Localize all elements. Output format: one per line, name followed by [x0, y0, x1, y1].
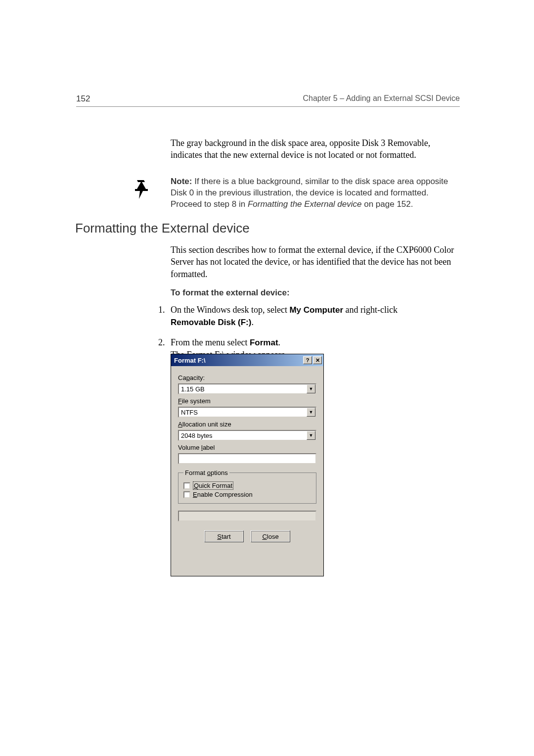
dropdown-arrow-icon[interactable]: ▼ [307, 431, 315, 440]
checkbox-icon[interactable] [183, 491, 190, 498]
allocation-label: Allocation unit size [178, 421, 316, 428]
note-block: Note: If there is a blue background, sim… [171, 176, 457, 210]
format-dialog: Format F:\ ? ✕ Capacity: 1.15 GB ▼ File … [171, 354, 324, 576]
intro-paragraph: The gray background in the disk space ar… [171, 137, 457, 161]
start-button[interactable]: Start [204, 530, 244, 542]
volume-input[interactable] [178, 453, 316, 464]
checkbox-icon[interactable] [183, 482, 190, 489]
step-1: 1. On the Windows desk top, select My Co… [158, 304, 433, 329]
page-number: 152 [76, 94, 90, 104]
close-dialog-button[interactable]: Close [251, 530, 290, 542]
capacity-combo[interactable]: 1.15 GB ▼ [178, 383, 316, 394]
progress-box [178, 511, 316, 521]
capacity-label: Capacity: [178, 374, 316, 381]
quick-format-checkbox[interactable]: Quick Format [183, 482, 311, 489]
volume-label: Volume label [178, 444, 316, 451]
dropdown-arrow-icon[interactable]: ▼ [307, 384, 315, 393]
header-rule [76, 106, 460, 107]
help-button[interactable]: ? [303, 356, 312, 364]
enable-compression-checkbox[interactable]: Enable Compression [183, 491, 311, 498]
section-heading: Formatting the External device [75, 221, 250, 236]
procedure-title: To format the external device: [171, 288, 290, 298]
note-pushpin-icon [130, 177, 154, 201]
filesystem-value: NTFS [179, 409, 307, 416]
format-options-group: Format options Quick Format Enable Compr… [178, 469, 316, 504]
step-text: On the Windows desk top, select My Compu… [171, 304, 433, 329]
capacity-value: 1.15 GB [179, 385, 307, 393]
titlebar-text: Format F:\ [174, 357, 206, 364]
note-text-2: on page 152. [362, 199, 413, 209]
note-label: Note: [171, 177, 192, 186]
allocation-value: 2048 bytes [179, 432, 307, 439]
format-options-legend: Format options [183, 469, 229, 476]
step-num: 1. [158, 304, 171, 329]
filesystem-label: File system [178, 397, 316, 405]
section-body: This section describes how to format the… [171, 244, 457, 280]
allocation-combo[interactable]: 2048 bytes ▼ [178, 430, 316, 441]
note-italic: Formatting the External device [248, 199, 362, 209]
close-button[interactable]: ✕ [313, 356, 322, 364]
dropdown-arrow-icon[interactable]: ▼ [307, 408, 315, 417]
chapter-header: Chapter 5 – Adding an External SCSI Devi… [303, 94, 460, 103]
titlebar[interactable]: Format F:\ ? ✕ [171, 354, 323, 366]
filesystem-combo[interactable]: NTFS ▼ [178, 407, 316, 418]
step-num: 2. [158, 336, 171, 361]
